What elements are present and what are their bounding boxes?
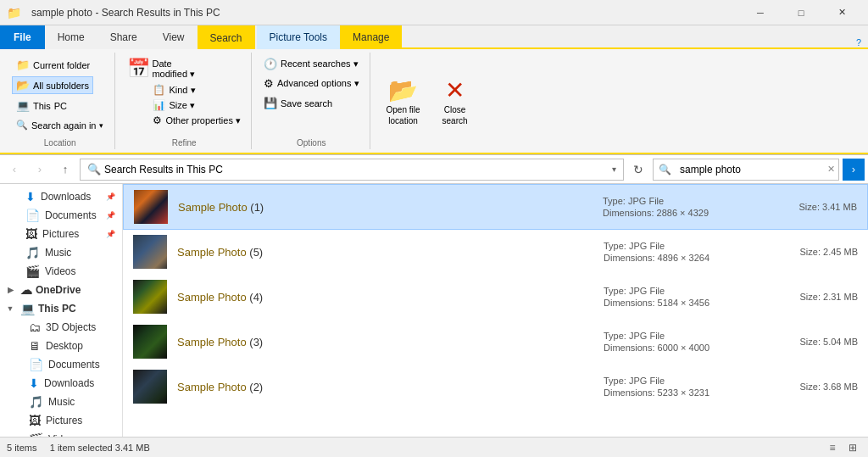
tab-picture-tools[interactable]: Picture Tools <box>257 25 340 49</box>
file-number-5: (2) <box>249 381 263 393</box>
sidebar-item-music[interactable]: 🎵 Music <box>0 393 122 411</box>
view-large-button[interactable]: ⊞ <box>844 439 861 456</box>
title-bar: 📁 sample photo - Search Results in This … <box>0 0 868 25</box>
kind-icon: 📋 <box>153 84 165 96</box>
main-area: ⬇ Downloads 📌 📄 Documents 📌 🖼 Pictures 📌… <box>0 184 868 437</box>
sidebar-documents2-label: Documents <box>48 359 100 371</box>
music-icon: 🎵 <box>25 246 40 259</box>
file-size-4: Size: 5.04 MB <box>773 337 858 347</box>
sidebar-item-videos-quick[interactable]: 🎬 Videos <box>0 262 122 281</box>
open-file-location-button[interactable]: 📂 Open filelocation <box>379 72 428 131</box>
file-name-1: Sample Photo (1) <box>178 201 603 214</box>
sidebar-section-onedrive[interactable]: ▶ ☁ OneDrive <box>0 281 122 299</box>
file-dimensions-1: Dimensions: 2886 × 4329 <box>603 208 772 218</box>
sidebar-item-documents[interactable]: 📄 Documents <box>0 355 122 374</box>
sidebar-item-music-quick[interactable]: 🎵 Music <box>0 243 122 262</box>
tab-search[interactable]: Search <box>198 25 255 49</box>
other-props-label: Other properties ▾ <box>165 115 241 126</box>
file-meta-2: Type: JPG File Dimensions: 4896 × 3264 <box>604 241 773 263</box>
file-meta-3: Type: JPG File Dimensions: 5184 × 3456 <box>604 286 773 308</box>
tab-view[interactable]: View <box>150 25 198 49</box>
sidebar-item-pictures-quick[interactable]: 🖼 Pictures 📌 <box>0 225 122 243</box>
item-count: 5 items <box>7 443 36 453</box>
close-button[interactable]: ✕ <box>822 0 861 25</box>
file-number-1: (1) <box>250 201 264 214</box>
help-button[interactable]: ? <box>849 37 868 49</box>
size-button[interactable]: 📊 Size ▾ <box>149 98 244 112</box>
search-clear-button[interactable]: ✕ <box>824 164 838 175</box>
close-search-button[interactable]: ✕ Closesearch <box>435 72 476 131</box>
file-name-2: Sample Photo (5) <box>177 246 604 259</box>
search-again-icon: 🔍 <box>16 120 28 131</box>
pin-icon-2: 📌 <box>106 211 115 220</box>
thispc-expand[interactable]: ▼ <box>3 302 17 315</box>
file-item-3[interactable]: Sample Photo (4) Type: JPG File Dimensio… <box>123 275 868 320</box>
tab-manage[interactable]: Manage <box>340 25 402 49</box>
advanced-options-button[interactable]: ⚙ Advanced options ▾ <box>260 75 363 92</box>
up-button[interactable]: ↑ <box>54 159 76 181</box>
file-tab[interactable]: File <box>0 25 45 49</box>
sidebar-item-downloads-quick[interactable]: ⬇ Downloads 📌 <box>0 187 122 206</box>
close-search-label: Closesearch <box>442 104 468 126</box>
file-item-1[interactable]: Sample Photo (1) Type: JPG File Dimensio… <box>123 184 868 230</box>
title-bar-controls: ─ □ ✕ <box>741 0 861 25</box>
current-folder-button[interactable]: 📁 Current folder <box>12 56 94 74</box>
sidebar-3dobjects-label: 3D Objects <box>46 321 96 333</box>
sidebar-item-pictures[interactable]: 🖼 Pictures <box>0 411 122 430</box>
sidebar-item-desktop[interactable]: 🖥 Desktop <box>0 337 122 355</box>
file-type-2: Type: JPG File <box>604 241 773 251</box>
action-buttons: 📂 Open filelocation ✕ Closesearch <box>379 53 476 149</box>
minimize-button[interactable]: ─ <box>741 0 780 25</box>
file-meta-4: Type: JPG File Dimensions: 6000 × 4000 <box>604 331 773 353</box>
maximize-button[interactable]: □ <box>782 0 821 25</box>
address-input[interactable]: 🔍 Search Results in This PC ▾ <box>80 159 624 181</box>
tab-share[interactable]: Share <box>97 25 150 49</box>
file-dimensions-5: Dimensions: 5233 × 3231 <box>604 387 773 398</box>
search-input[interactable] <box>676 159 824 180</box>
videos-icon: 🎬 <box>25 265 40 278</box>
search-again-button[interactable]: 🔍 Search again in ▾ <box>12 117 108 133</box>
file-item-2[interactable]: Sample Photo (5) Type: JPG File Dimensio… <box>123 230 868 275</box>
kind-label: Kind ▾ <box>169 85 195 96</box>
file-type-3: Type: JPG File <box>604 286 773 296</box>
sidebar-item-videos[interactable]: 🎬 Videos <box>0 430 122 437</box>
status-bar: 5 items 1 item selected 3.41 MB ≡ ⊞ <box>0 437 868 457</box>
this-pc-location-button[interactable]: 💻 This PC <box>12 97 71 114</box>
file-name-4: Sample Photo (3) <box>177 336 604 348</box>
date-modified-button[interactable]: 📅 Datemodified ▾ <box>124 56 198 81</box>
desktop-icon: 🖥 <box>29 339 41 353</box>
all-subfolders-button[interactable]: 📂 All subfolders <box>12 76 93 94</box>
onedrive-expand[interactable]: ▶ <box>3 283 17 297</box>
tab-home[interactable]: Home <box>45 25 97 49</box>
save-search-label: Save search <box>281 98 332 109</box>
view-details-button[interactable]: ≡ <box>824 439 841 456</box>
file-item-4[interactable]: Sample Photo (3) Type: JPG File Dimensio… <box>123 320 868 365</box>
search-go-button[interactable]: › <box>843 159 865 181</box>
forward-button[interactable]: › <box>29 159 51 181</box>
file-name-highlight-1: Sample Photo <box>178 201 248 214</box>
address-bar: ‹ › ↑ 🔍 Search Results in This PC ▾ ↻ 🔍 … <box>0 155 868 184</box>
sidebar-documents-label: Documents <box>45 209 97 221</box>
options-buttons: 🕐 Recent searches ▾ ⚙ Advanced options ▾… <box>260 53 363 137</box>
file-name-highlight-5: Sample Photo <box>177 381 247 393</box>
sidebar-music-label: Music <box>45 247 71 259</box>
ribbon-content: 📁 Current folder 📂 All subfolders 💻 This… <box>0 49 868 154</box>
sidebar-section-thispc[interactable]: ▼ 💻 This PC <box>0 299 122 318</box>
address-path: Search Results in This PC <box>104 164 223 176</box>
open-file-label: Open filelocation <box>387 104 420 126</box>
recent-searches-button[interactable]: 🕐 Recent searches ▾ <box>260 56 362 72</box>
refresh-button[interactable]: ↻ <box>627 159 649 181</box>
other-props-button[interactable]: ⚙ Other properties ▾ <box>149 114 244 127</box>
save-search-button[interactable]: 💾 Save search <box>260 95 336 111</box>
back-button[interactable]: ‹ <box>3 159 25 181</box>
sidebar-item-3dobjects[interactable]: 🗂 3D Objects <box>0 318 122 337</box>
sidebar-item-documents-quick[interactable]: 📄 Documents 📌 <box>0 206 122 225</box>
sidebar-item-downloads[interactable]: ⬇ Downloads <box>0 374 122 393</box>
sidebar-videos-label: Videos <box>45 265 75 277</box>
file-number-2: (5) <box>249 246 263 259</box>
file-item-5[interactable]: Sample Photo (2) Type: JPG File Dimensio… <box>123 365 868 410</box>
file-dimensions-4: Dimensions: 6000 × 4000 <box>604 343 773 353</box>
file-type-5: Type: JPG File <box>604 376 773 386</box>
sidebar-music2-label: Music <box>48 396 75 408</box>
kind-button[interactable]: 📋 Kind ▾ <box>149 83 244 97</box>
